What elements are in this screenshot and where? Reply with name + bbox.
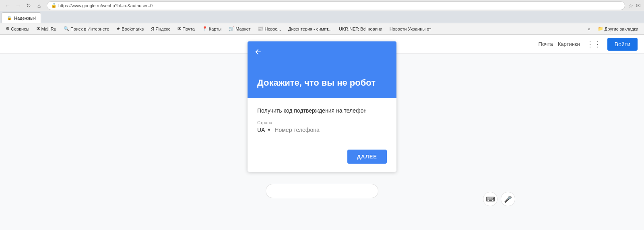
extension-icon[interactable]: ✉ bbox=[636, 2, 641, 9]
bottom-icons: ⌨ 🎤 bbox=[483, 192, 515, 206]
back-button[interactable]: ← bbox=[3, 1, 12, 10]
market-icon: 🛒 bbox=[229, 26, 234, 31]
star-icon: ★ bbox=[116, 26, 120, 31]
reload-button[interactable]: ↻ bbox=[24, 1, 33, 10]
bookmark-search[interactable]: 🔍 Поиск в Интернете bbox=[61, 25, 111, 32]
bookmark-label: Яндекс bbox=[155, 27, 170, 31]
novosti-icon: 📰 bbox=[258, 26, 263, 31]
popup-footer: ДАЛЕЕ bbox=[248, 145, 396, 172]
other-bookmarks[interactable]: 📁 Другие закладки bbox=[595, 25, 641, 32]
bookmark-label: UKR.NET: Всі новини bbox=[339, 27, 382, 31]
search-icon: 🔍 bbox=[64, 26, 69, 31]
popup-back-button[interactable] bbox=[252, 46, 264, 60]
microphone-icon-button[interactable]: 🎤 bbox=[501, 192, 515, 206]
search-box[interactable] bbox=[266, 184, 378, 198]
folder-icon: 📁 bbox=[598, 26, 603, 31]
bookmarks-bar: ⚙ Сервисы ✉ Mail.Ru 🔍 Поиск в Интернете … bbox=[0, 23, 644, 35]
bookmark-novosti[interactable]: 📰 Новос... bbox=[255, 25, 283, 32]
popup-header: Докажите, что вы не робот bbox=[248, 41, 396, 98]
bookmark-ukrnet[interactable]: UKR.NET: Всі новини bbox=[336, 26, 385, 32]
popup-subtitle: Получить код подтверждения на телефон bbox=[257, 107, 387, 114]
bookmark-label: Новости Украины от bbox=[390, 27, 431, 31]
servisy-icon: ⚙ bbox=[6, 26, 10, 31]
pochta-icon: ✉ bbox=[178, 26, 181, 31]
center-area: ⌨ 🎤 Докажите, что вы не робот Получить к… bbox=[0, 53, 644, 230]
phone-input[interactable] bbox=[275, 127, 387, 133]
keyboard-icon-button[interactable]: ⌨ bbox=[483, 192, 497, 206]
bookmark-market[interactable]: 🛒 Маркет bbox=[226, 25, 253, 32]
bookmark-label: Дизентерия - симпт... bbox=[288, 27, 332, 31]
bookmark-karty[interactable]: 📍 Карты bbox=[200, 25, 224, 32]
bookmark-bookmarks[interactable]: ★ Bookmarks bbox=[114, 25, 146, 32]
bookmark-label: Mail.Ru bbox=[41, 27, 56, 31]
bookmark-label: Почта bbox=[182, 27, 195, 31]
bookmark-label: Карты bbox=[209, 27, 221, 31]
more-bookmarks-button[interactable]: » bbox=[586, 26, 593, 32]
tab-favicon: 🔒 bbox=[7, 16, 12, 20]
country-label: Страна bbox=[257, 120, 387, 125]
verify-robot-popup: Докажите, что вы не робот Получить код п… bbox=[248, 41, 396, 172]
bookmark-label: Новос... bbox=[264, 27, 281, 31]
bookmark-servisy[interactable]: ⚙ Сервисы bbox=[3, 25, 32, 32]
address-bar[interactable]: 🔒 https://www.google.ru/webhp?hl=ru&auth… bbox=[47, 1, 625, 10]
bookmark-pochta[interactable]: ✉ Почта bbox=[175, 25, 197, 32]
url-text: https://www.google.ru/webhp?hl=ru&authus… bbox=[58, 3, 153, 8]
mailru-icon: ✉ bbox=[37, 26, 40, 31]
login-button[interactable]: Войти bbox=[607, 38, 638, 51]
main-content: Почта Картинки ⋮⋮ Войти ⌨ 🎤 Докажите, чт… bbox=[0, 35, 644, 230]
bookmark-mailru[interactable]: ✉ Mail.Ru bbox=[34, 25, 59, 32]
bookmark-label: Bookmarks bbox=[122, 27, 144, 31]
tab-title: Надежный bbox=[14, 16, 36, 21]
bookmark-label: Сервисы bbox=[11, 27, 29, 31]
phone-row: UA ▼ bbox=[257, 127, 387, 135]
bookmark-dizentery[interactable]: Дизентерия - симпт... bbox=[286, 26, 334, 32]
mail-link[interactable]: Почта bbox=[539, 41, 553, 47]
google-apps-icon[interactable]: ⋮⋮ bbox=[585, 38, 603, 50]
country-code-text: UA bbox=[257, 127, 265, 133]
bookmark-news-ukraine[interactable]: Новости Украины от bbox=[387, 26, 433, 32]
bookmark-star-icon[interactable]: ☆ bbox=[628, 2, 634, 9]
popup-title: Докажите, что вы не робот bbox=[257, 78, 387, 88]
lock-icon: 🔒 bbox=[51, 3, 57, 8]
country-selector[interactable]: UA ▼ bbox=[257, 127, 271, 133]
country-dropdown-icon[interactable]: ▼ bbox=[266, 127, 271, 133]
karty-icon: 📍 bbox=[202, 26, 208, 31]
home-button[interactable]: ⌂ bbox=[35, 1, 43, 10]
active-tab[interactable]: 🔒 Надежный bbox=[2, 12, 41, 23]
yandex-icon: Я bbox=[151, 27, 154, 31]
bookmark-yandex[interactable]: Я Яндекс bbox=[149, 26, 173, 32]
popup-body: Получить код подтверждения на телефон Ст… bbox=[248, 98, 396, 145]
forward-button[interactable]: → bbox=[14, 1, 23, 10]
images-link[interactable]: Картинки bbox=[558, 41, 580, 47]
bookmark-label: Маркет bbox=[235, 27, 250, 31]
next-button[interactable]: ДАЛЕЕ bbox=[347, 150, 387, 164]
bookmark-label: Поиск в Интернете bbox=[70, 27, 109, 31]
